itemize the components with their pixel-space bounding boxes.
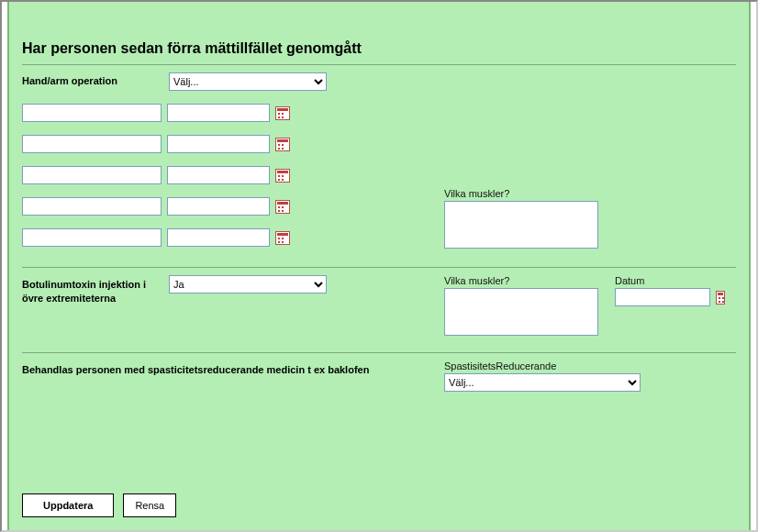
hand-arm-label: Hand/arm operation bbox=[22, 72, 169, 86]
botox-muscles-textarea[interactable] bbox=[444, 288, 598, 336]
operation-field-a[interactable] bbox=[22, 228, 162, 247]
window-frame: Har personen sedan förra mättillfället g… bbox=[0, 0, 758, 532]
divider bbox=[22, 352, 736, 353]
operation-field-b[interactable] bbox=[167, 228, 270, 247]
form-panel: Har personen sedan förra mättillfället g… bbox=[7, 2, 751, 530]
botox-date-input[interactable] bbox=[615, 288, 710, 306]
page-heading: Har personen sedan förra mättillfället g… bbox=[22, 40, 736, 57]
operation-field-b[interactable] bbox=[167, 135, 270, 153]
botox-date-label: Datum bbox=[615, 275, 725, 286]
muscles-label: Vilka muskler? bbox=[444, 188, 598, 199]
spast-select-label: SpastisitetsReducerande bbox=[444, 360, 641, 371]
botox-select[interactable]: Ja bbox=[169, 275, 327, 294]
botox-label: Botulinumtoxin injektion i övre extremit… bbox=[22, 275, 169, 305]
calendar-icon[interactable] bbox=[716, 291, 725, 305]
operation-field-b[interactable] bbox=[167, 197, 270, 216]
update-button[interactable]: Uppdatera bbox=[22, 493, 114, 517]
calendar-icon[interactable] bbox=[275, 200, 290, 214]
calendar-icon[interactable] bbox=[275, 138, 290, 151]
spast-label: Behandlas personen med spasticitetsreduc… bbox=[22, 360, 444, 377]
operation-row bbox=[22, 135, 736, 153]
operation-field-a[interactable] bbox=[22, 166, 162, 184]
hand-arm-select[interactable]: Välj... bbox=[169, 72, 327, 91]
button-bar: Uppdatera Rensa bbox=[22, 493, 176, 517]
hand-arm-row: Hand/arm operation Välj... bbox=[22, 72, 736, 91]
divider bbox=[22, 64, 736, 65]
spast-select[interactable]: Välj... bbox=[444, 373, 641, 392]
botox-muscles-label: Vilka muskler? bbox=[444, 275, 600, 286]
operation-row bbox=[22, 166, 736, 184]
operation-field-b[interactable] bbox=[167, 166, 270, 184]
operation-field-a[interactable] bbox=[22, 135, 162, 153]
operation-field-a[interactable] bbox=[22, 197, 162, 216]
calendar-icon[interactable] bbox=[275, 169, 290, 183]
calendar-icon[interactable] bbox=[275, 231, 290, 245]
muscles-textarea[interactable] bbox=[444, 201, 598, 249]
clear-button[interactable]: Rensa bbox=[123, 493, 176, 517]
divider bbox=[22, 267, 736, 268]
operation-row bbox=[22, 197, 736, 216]
calendar-icon[interactable] bbox=[275, 106, 290, 120]
botox-row: Botulinumtoxin injektion i övre extremit… bbox=[22, 275, 736, 338]
spast-row: Behandlas personen med spasticitetsreduc… bbox=[22, 360, 736, 392]
operation-row bbox=[22, 104, 736, 122]
operation-field-a[interactable] bbox=[22, 104, 162, 122]
operation-row bbox=[22, 228, 736, 247]
operation-field-b[interactable] bbox=[167, 104, 270, 122]
